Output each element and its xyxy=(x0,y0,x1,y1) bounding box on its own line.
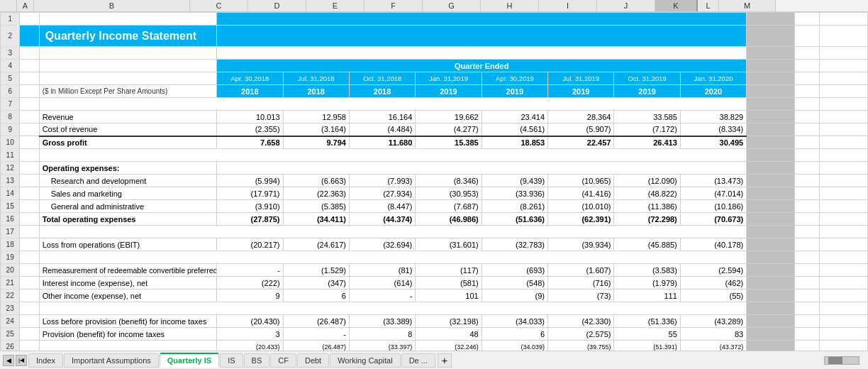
tab-is[interactable]: IS xyxy=(220,353,243,368)
r21-k xyxy=(747,277,795,290)
horizontal-scrollbar[interactable] xyxy=(824,356,859,365)
r9-l xyxy=(795,123,819,136)
r6-h: 2019 xyxy=(548,85,614,98)
r14-d: (22.363) xyxy=(283,187,349,200)
r25-i: 55 xyxy=(614,328,680,341)
r8-c: 10.013 xyxy=(217,111,283,123)
r26-d: (26.487) xyxy=(283,341,349,351)
row-14: 14 Sales and marketing (17.971) (22.363)… xyxy=(1,187,868,200)
r21-g: (548) xyxy=(482,277,547,290)
r20-f: (117) xyxy=(416,264,482,277)
r20-d: (1.529) xyxy=(283,264,349,277)
tab-cf[interactable]: CF xyxy=(270,353,296,368)
r16-j: (70.673) xyxy=(680,213,746,226)
r10-f: 15.385 xyxy=(416,136,482,149)
r8-g: 23.414 xyxy=(482,111,547,123)
r4-l xyxy=(795,60,819,72)
r15-d: (5.385) xyxy=(283,200,349,213)
r1-k xyxy=(747,13,795,26)
tab-de-more[interactable]: De ... xyxy=(401,353,435,368)
row-21: 21 Interest income (expense), net (222) … xyxy=(1,277,868,290)
r9-e: (4.484) xyxy=(349,123,415,136)
r21-i: (1.979) xyxy=(614,277,680,290)
r6-a xyxy=(20,85,39,98)
r12-m xyxy=(819,162,867,175)
r4-k xyxy=(747,60,795,72)
r2-m xyxy=(819,26,867,47)
r8-e: 16.164 xyxy=(349,111,415,123)
r16-m xyxy=(819,213,867,226)
r14-l xyxy=(795,187,819,200)
r25-g: 6 xyxy=(482,328,547,341)
r6-i: 2019 xyxy=(614,85,680,98)
r15-c: (3.910) xyxy=(217,200,283,213)
r26-a xyxy=(20,341,39,351)
grid-area: 1 2 Quarterly Income Statement 3 xyxy=(0,12,868,351)
r1-l xyxy=(795,13,819,26)
rn-5: 5 xyxy=(1,72,20,85)
tab-debt[interactable]: Debt xyxy=(297,353,329,368)
r20-l xyxy=(795,264,819,277)
r25-k xyxy=(747,328,795,341)
tab-quarterly-is[interactable]: Quarterly IS xyxy=(160,353,219,368)
r12-a xyxy=(20,162,39,175)
r22-f: 101 xyxy=(416,290,482,302)
r23-m xyxy=(819,302,867,315)
r18-b: Loss from operations (EBIT) xyxy=(39,238,217,251)
r2-b: Quarterly Income Statement xyxy=(39,26,217,47)
r19-l xyxy=(795,251,819,264)
r23-l xyxy=(795,302,819,315)
row-7: 7 xyxy=(1,98,868,111)
r3-l xyxy=(795,47,819,60)
r21-c: (222) xyxy=(217,277,283,290)
row-6: 6 ($ in Million Except Per Share Amounts… xyxy=(1,85,868,98)
r18-g: (32.783) xyxy=(482,238,547,251)
tab-working-capital[interactable]: Working Capital xyxy=(330,353,400,368)
r18-k xyxy=(747,238,795,251)
r1-m xyxy=(819,13,867,26)
rn-21: 21 xyxy=(1,277,20,290)
r26-h: (39.755) xyxy=(548,341,614,351)
tab-index[interactable]: Index xyxy=(28,353,63,368)
r22-k xyxy=(747,290,795,302)
tab-important-assumptions[interactable]: Important Assumptions xyxy=(64,353,159,368)
row-12: 12 Operating expenses: xyxy=(1,162,868,175)
rn-3: 3 xyxy=(1,47,20,60)
tab-nav-first[interactable]: |◀ xyxy=(16,355,27,366)
r20-a xyxy=(20,264,39,277)
r9-d: (3.164) xyxy=(283,123,349,136)
r8-h: 28.364 xyxy=(548,111,614,123)
r24-g: (34.033) xyxy=(482,315,547,328)
r20-m xyxy=(819,264,867,277)
col-header-d: D xyxy=(248,0,306,11)
r26-j: (43.372) xyxy=(680,341,746,351)
r8-b: Revenue xyxy=(39,111,217,123)
r9-i: (7.172) xyxy=(614,123,680,136)
r5-i: Oct. 31,2019 xyxy=(614,72,680,85)
col-header-e: E xyxy=(306,0,365,11)
r18-m xyxy=(819,238,867,251)
r22-l xyxy=(795,290,819,302)
r24-b: Loss before provision (benefit) for inco… xyxy=(39,315,217,328)
col-header-h: H xyxy=(481,0,539,11)
r16-g: (51.636) xyxy=(482,213,547,226)
rn-6: 6 xyxy=(1,85,20,98)
r6-g: 2019 xyxy=(482,85,547,98)
tab-nav-prev[interactable]: ◀ xyxy=(3,355,14,366)
r18-d: (24.617) xyxy=(283,238,349,251)
col-header-i: I xyxy=(539,0,597,11)
row-17: 17 xyxy=(1,226,868,238)
r15-a xyxy=(20,200,39,213)
r11-rest xyxy=(39,149,747,162)
tab-add-button[interactable]: + xyxy=(438,353,452,368)
tab-bs[interactable]: BS xyxy=(244,353,270,368)
rn-10: 10 xyxy=(1,136,20,149)
r1-a xyxy=(20,13,39,26)
r6-b: ($ in Million Except Per Share Amounts) xyxy=(39,85,217,98)
r26-m xyxy=(819,341,867,351)
r3-cd xyxy=(217,47,747,60)
rn-15: 15 xyxy=(1,200,20,213)
r22-j: (55) xyxy=(680,290,746,302)
rn-14: 14 xyxy=(1,187,20,200)
r9-b: Cost of revenue xyxy=(39,123,217,136)
